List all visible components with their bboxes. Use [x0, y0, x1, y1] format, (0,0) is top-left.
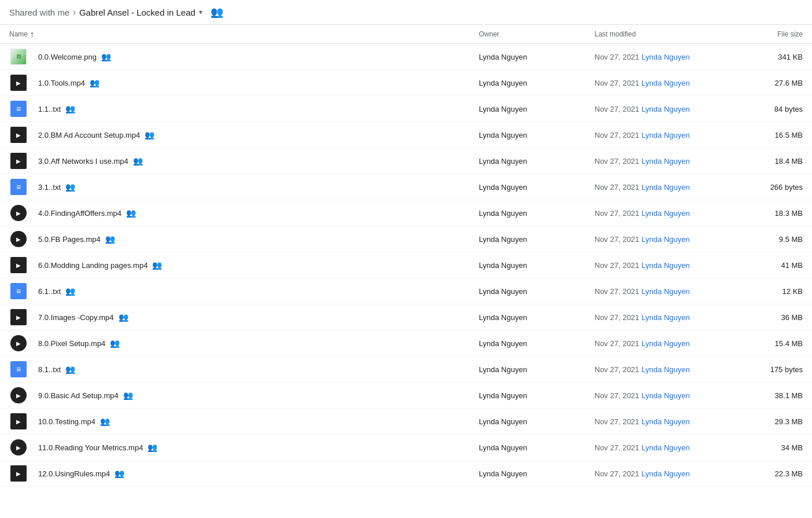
file-icon-wrapper	[9, 152, 28, 170]
file-name: 1.1..txt	[38, 105, 61, 113]
shared-people-icon: 👥	[100, 417, 110, 426]
file-owner: Lynda Nguyen	[479, 79, 595, 87]
file-icon-wrapper	[9, 438, 28, 457]
shared-people-icon: 👥	[90, 78, 99, 87]
file-name: 10.0.Testing.mp4	[38, 417, 95, 426]
file-size: 27.6 MB	[745, 79, 803, 87]
modified-by: Lynda Nguyen	[641, 365, 689, 374]
file-owner: Lynda Nguyen	[479, 417, 595, 426]
table-row[interactable]: 10.0.Testing.mp4 👥 Lynda Nguyen Nov 27, …	[0, 409, 812, 435]
video-file-icon	[10, 465, 27, 482]
file-size: 12 KB	[745, 287, 803, 296]
table-row[interactable]: 2.0.BM Ad Account Setup.mp4 👥 Lynda Nguy…	[0, 122, 812, 148]
table-row[interactable]: 4.0.FindingAffOffers.mp4 👥 Lynda Nguyen …	[0, 200, 812, 226]
file-modified: Nov 27, 2021 Lynda Nguyen	[595, 261, 745, 270]
file-name-cell: 6.1..txt 👥	[9, 282, 479, 300]
table-row[interactable]: 5.0.FB Pages.mp4 👥 Lynda Nguyen Nov 27, …	[0, 226, 812, 252]
table-header: Name ↑ Owner Last modified File size	[0, 25, 812, 44]
file-icon-wrapper	[9, 74, 28, 92]
file-name: 11.0.Reading Your Metrics.mp4	[38, 443, 143, 452]
file-name: 0.0.Welcome.png	[38, 53, 97, 61]
breadcrumb-dropdown-icon[interactable]: ▾	[199, 8, 202, 16]
modified-by: Lynda Nguyen	[641, 339, 689, 348]
table-row[interactable]: 1.0.Tools.mp4 👥 Lynda Nguyen Nov 27, 202…	[0, 70, 812, 96]
file-icon-wrapper	[9, 230, 28, 248]
file-icon-wrapper	[9, 204, 28, 222]
modified-date: Nov 27, 2021	[595, 105, 639, 113]
modified-by: Lynda Nguyen	[641, 157, 689, 166]
file-modified: Nov 27, 2021 Lynda Nguyen	[595, 339, 745, 348]
table-row[interactable]: 8.0.Pixel Setup.mp4 👥 Lynda Nguyen Nov 2…	[0, 330, 812, 357]
file-name: 7.0.Images -Copy.mp4	[38, 313, 114, 322]
modified-date: Nov 27, 2021	[595, 365, 639, 374]
modified-date: Nov 27, 2021	[595, 313, 639, 322]
file-size: 341 KB	[745, 53, 803, 61]
table-row[interactable]: 1.1..txt 👥 Lynda Nguyen Nov 27, 2021 Lyn…	[0, 96, 812, 122]
file-name: 3.0.Aff Networks I use.mp4	[38, 157, 128, 166]
column-size-header[interactable]: File size	[745, 30, 803, 38]
video-file-icon	[10, 75, 27, 91]
table-row[interactable]: 11.0.Reading Your Metrics.mp4 👥 Lynda Ng…	[0, 435, 812, 461]
shared-people-icon: 👥	[123, 391, 133, 400]
table-row[interactable]: 3.0.Aff Networks I use.mp4 👥 Lynda Nguye…	[0, 148, 812, 174]
breadcrumb-shared-with-me[interactable]: Shared with me	[9, 8, 69, 17]
column-owner-header[interactable]: Owner	[479, 30, 595, 38]
table-row[interactable]: 6.1..txt 👥 Lynda Nguyen Nov 27, 2021 Lyn…	[0, 278, 812, 304]
modified-by: Lynda Nguyen	[641, 105, 689, 113]
breadcrumb: Shared with me › Gabrel Ansel - Locked i…	[0, 0, 812, 25]
breadcrumb-separator: ›	[73, 8, 76, 17]
modified-date: Nov 27, 2021	[595, 79, 639, 87]
file-name-cell: 1.1..txt 👥	[9, 100, 479, 118]
column-name-header[interactable]: Name ↑	[9, 30, 479, 39]
file-modified: Nov 27, 2021 Lynda Nguyen	[595, 235, 745, 244]
video-file-icon	[10, 153, 27, 169]
share-people-icon[interactable]: 👥	[211, 6, 223, 19]
shared-people-icon: 👥	[65, 286, 75, 296]
file-name-cell: 🖼 0.0.Welcome.png 👥	[9, 47, 479, 66]
table-row[interactable]: 9.0.Basic Ad Setup.mp4 👥 Lynda Nguyen No…	[0, 383, 812, 409]
file-modified: Nov 27, 2021 Lynda Nguyen	[595, 443, 745, 452]
modified-by: Lynda Nguyen	[641, 469, 689, 478]
file-name: 5.0.FB Pages.mp4	[38, 235, 101, 244]
file-list: 🖼 0.0.Welcome.png 👥 Lynda Nguyen Nov 27,…	[0, 44, 812, 487]
file-owner: Lynda Nguyen	[479, 443, 595, 452]
modified-by: Lynda Nguyen	[641, 209, 689, 218]
modified-date: Nov 27, 2021	[595, 209, 639, 218]
modified-by: Lynda Nguyen	[641, 261, 689, 270]
file-size: 34 MB	[745, 443, 803, 452]
shared-people-icon: 👥	[105, 234, 115, 244]
file-name: 1.0.Tools.mp4	[38, 79, 85, 87]
file-name-cell: 5.0.FB Pages.mp4 👥	[9, 230, 479, 248]
table-row[interactable]: 🖼 0.0.Welcome.png 👥 Lynda Nguyen Nov 27,…	[0, 44, 812, 70]
table-row[interactable]: 8.1..txt 👥 Lynda Nguyen Nov 27, 2021 Lyn…	[0, 357, 812, 383]
file-modified: Nov 27, 2021 Lynda Nguyen	[595, 209, 745, 218]
file-modified: Nov 27, 2021 Lynda Nguyen	[595, 313, 745, 322]
modified-by: Lynda Nguyen	[641, 235, 689, 244]
table-row[interactable]: 3.1..txt 👥 Lynda Nguyen Nov 27, 2021 Lyn…	[0, 174, 812, 200]
file-name-cell: 10.0.Testing.mp4 👥	[9, 412, 479, 431]
file-owner: Lynda Nguyen	[479, 469, 595, 478]
video-file-icon	[10, 309, 27, 325]
file-icon-wrapper	[9, 126, 28, 144]
modified-date: Nov 27, 2021	[595, 131, 639, 139]
file-name: 9.0.Basic Ad Setup.mp4	[38, 391, 119, 400]
column-modified-header[interactable]: Last modified	[595, 30, 745, 38]
file-name: 8.0.Pixel Setup.mp4	[38, 339, 105, 348]
table-row[interactable]: 7.0.Images -Copy.mp4 👥 Lynda Nguyen Nov …	[0, 304, 812, 330]
table-row[interactable]: 6.0.Modding Landing pages.mp4 👥 Lynda Ng…	[0, 252, 812, 278]
file-name-cell: 3.1..txt 👥	[9, 178, 479, 196]
file-icon-wrapper	[9, 360, 28, 379]
breadcrumb-current-folder[interactable]: Gabrel Ansel - Locked in Lead ▾	[79, 8, 202, 17]
file-name-cell: 8.1..txt 👥	[9, 360, 479, 379]
file-modified: Nov 27, 2021 Lynda Nguyen	[595, 417, 745, 426]
file-size: 22.3 MB	[745, 469, 803, 478]
file-name-cell: 8.0.Pixel Setup.mp4 👥	[9, 334, 479, 352]
file-modified: Nov 27, 2021 Lynda Nguyen	[595, 53, 745, 61]
shared-people-icon: 👥	[152, 260, 162, 270]
file-size: 38.1 MB	[745, 391, 803, 400]
table-row[interactable]: 12.0.UsingRules.mp4 👥 Lynda Nguyen Nov 2…	[0, 461, 812, 487]
file-icon-wrapper	[9, 412, 28, 431]
file-icon-wrapper	[9, 100, 28, 118]
doc-file-icon	[10, 179, 27, 195]
file-owner: Lynda Nguyen	[479, 313, 595, 322]
